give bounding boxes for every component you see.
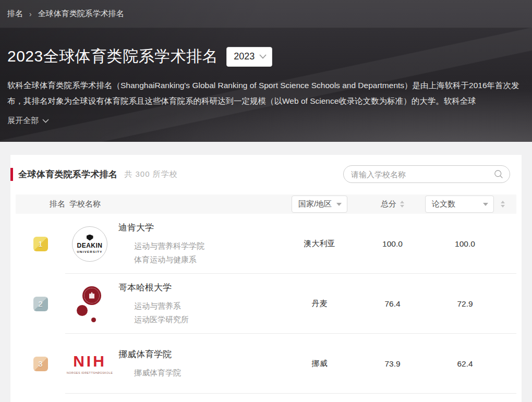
rank-cell: 1 bbox=[16, 237, 65, 251]
table-header: 排名 学校名称 国家/地区 总分 论文数 bbox=[16, 194, 516, 214]
departments: 挪威体育学院 bbox=[134, 366, 181, 380]
score-cell: 100.0 bbox=[360, 239, 425, 249]
school-cell: DEAKIN UNIVERSITY 迪肯大学 运动与营养科学学院体育运动与健康系 bbox=[65, 222, 279, 266]
departments: 运动与营养科学学院体育运动与健康系 bbox=[134, 239, 204, 266]
ranking-card: 全球体育类院系学术排名 共 300 所学校 排名 学校名称 国家/地区 总分 论… bbox=[10, 155, 522, 402]
school-name-link[interactable]: 哥本哈根大学 bbox=[118, 282, 189, 294]
rank-badge: 2 bbox=[33, 297, 48, 311]
school-name-link[interactable]: 迪肯大学 bbox=[118, 222, 204, 234]
papers-cell: 72.9 bbox=[425, 299, 516, 309]
country-filter-label: 国家/地区 bbox=[298, 199, 332, 209]
school-logo bbox=[71, 283, 108, 325]
ranking-description: 软科全球体育类院系学术排名（ShanghaiRanking's Global R… bbox=[7, 78, 525, 109]
department-line: 运动医学研究所 bbox=[134, 313, 189, 326]
table-body: 1 DEAKIN UNIVERSITY 迪肯大学 运动与营养科学学院体育运动与健… bbox=[10, 214, 522, 394]
logo-text: DEAKIN bbox=[77, 242, 102, 249]
logo-text: NIH bbox=[73, 354, 106, 369]
rank-cell: 2 bbox=[16, 297, 65, 311]
score-cell: 73.9 bbox=[360, 359, 425, 369]
shield-icon bbox=[87, 235, 93, 241]
department-line: 运动与营养系 bbox=[134, 299, 189, 313]
department-line: 挪威体育学院 bbox=[134, 366, 181, 380]
country-cell: 挪威 bbox=[279, 359, 360, 369]
breadcrumb-separator-icon: › bbox=[29, 10, 32, 18]
page-title: 2023全球体育类院系学术排名 bbox=[7, 46, 218, 67]
dot-icon bbox=[91, 318, 96, 322]
chevron-down-icon bbox=[259, 54, 267, 59]
expand-all-label: 展开全部 bbox=[7, 116, 39, 126]
accent-bar bbox=[10, 168, 13, 181]
papers-sort-button[interactable] bbox=[501, 201, 505, 208]
hero-body: 2023全球体育类院系学术排名 2023 软科全球体育类院系学术排名（Shang… bbox=[0, 28, 532, 126]
card-title: 全球体育类院系学术排名 bbox=[18, 168, 117, 180]
department-line: 体育运动与健康系 bbox=[134, 253, 204, 266]
table-row: 2 哥本哈根大学 运动与营养系运动医学研究所 丹麦 76.4 72.9 bbox=[16, 274, 516, 334]
breadcrumb-current: 全球体育类院系学术排名 bbox=[38, 9, 124, 19]
year-select-value: 2023 bbox=[234, 51, 255, 62]
university-of-copenhagen-logo bbox=[71, 283, 108, 325]
breadcrumb: 排名 › 全球体育类院系学术排名 bbox=[0, 0, 532, 28]
search-icon[interactable] bbox=[494, 169, 503, 181]
triangle-down-icon bbox=[483, 203, 488, 206]
logo-subtext: UNIVERSITY bbox=[77, 250, 102, 253]
school-name-link[interactable]: 挪威体育学院 bbox=[118, 348, 181, 360]
header-rank: 排名 bbox=[16, 199, 65, 209]
card-header: 全球体育类院系学术排名 共 300 所学校 bbox=[10, 155, 522, 191]
deakin-university-logo: DEAKIN UNIVERSITY bbox=[72, 226, 107, 262]
table-row: 3 NIH NORGES IDRETTSHØGSKOLE 挪威体育学院 挪威体育… bbox=[16, 334, 516, 394]
papers-filter-dropdown[interactable]: 论文数 bbox=[425, 196, 494, 213]
rank-badge: 3 bbox=[33, 357, 48, 371]
header-score: 总分 bbox=[381, 199, 396, 209]
seal-icon bbox=[82, 286, 101, 305]
papers-cell: 62.4 bbox=[425, 359, 516, 369]
hero-header: 排名 › 全球体育类院系学术排名 2023全球体育类院系学术排名 2023 软科… bbox=[0, 0, 532, 142]
expand-all-button[interactable]: 展开全部 bbox=[7, 116, 49, 126]
school-cell: 哥本哈根大学 运动与营养系运动医学研究所 bbox=[65, 282, 279, 326]
dot-icon bbox=[77, 305, 88, 316]
country-filter-dropdown[interactable]: 国家/地区 bbox=[292, 196, 347, 213]
rank-badge: 1 bbox=[33, 237, 48, 251]
breadcrumb-home-link[interactable]: 排名 bbox=[7, 9, 23, 19]
table-row: 1 DEAKIN UNIVERSITY 迪肯大学 运动与营养科学学院体育运动与健… bbox=[16, 214, 516, 274]
header-school-name: 学校名称 bbox=[65, 199, 279, 209]
search-input[interactable] bbox=[343, 165, 510, 183]
country-cell: 澳大利亚 bbox=[279, 239, 360, 249]
country-cell: 丹麦 bbox=[279, 299, 360, 309]
school-count-text: 共 300 所学校 bbox=[124, 169, 177, 179]
school-search bbox=[343, 165, 510, 183]
departments: 运动与营养系运动医学研究所 bbox=[134, 299, 189, 326]
triangle-down-icon bbox=[336, 203, 342, 206]
school-cell: NIH NORGES IDRETTSHØGSKOLE 挪威体育学院 挪威体育学院 bbox=[65, 346, 279, 382]
rank-cell: 3 bbox=[16, 357, 65, 371]
chevron-down-icon bbox=[42, 119, 49, 123]
year-select-dropdown[interactable]: 2023 bbox=[226, 47, 272, 67]
norwegian-school-of-sport-sciences-logo: NIH NORGES IDRETTSHØGSKOLE bbox=[70, 354, 109, 374]
department-line: 运动与营养科学学院 bbox=[134, 239, 204, 253]
papers-filter-label: 论文数 bbox=[432, 199, 455, 209]
score-cell: 76.4 bbox=[360, 299, 425, 309]
school-logo: NIH NORGES IDRETTSHØGSKOLE bbox=[71, 346, 108, 382]
score-sort-button[interactable] bbox=[400, 201, 404, 208]
school-logo: DEAKIN UNIVERSITY bbox=[71, 226, 108, 262]
logo-subtext: NORGES IDRETTSHØGSKOLE bbox=[67, 371, 113, 374]
papers-cell: 100.0 bbox=[425, 239, 516, 249]
